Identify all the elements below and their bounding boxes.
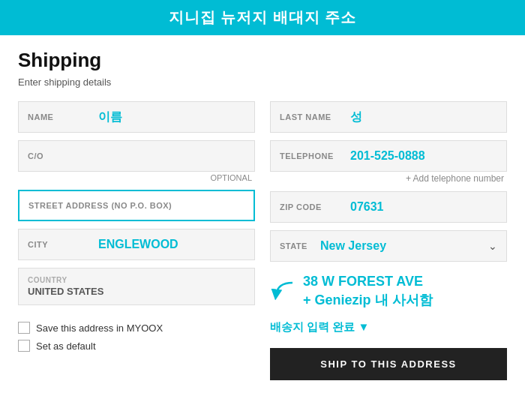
save-address-label: Save this address in MYOOX	[36, 322, 163, 334]
right-column: LAST NAME 성 TELEPHONE 201-525-0888 + Add…	[270, 101, 507, 380]
zipcode-value: 07631	[350, 200, 384, 214]
street-label: STREET ADDRESS (NO P.O. BOX)	[28, 201, 172, 210]
page-subtitle: Enter shipping details	[18, 76, 507, 88]
telephone-field-container: TELEPHONE 201-525-0888 + Add telephone n…	[270, 140, 507, 184]
checkboxes-section: Save this address in MYOOX Set as defaul…	[18, 322, 255, 358]
annotation-line2: + Geniezip 내 사서함	[303, 291, 433, 310]
page-title: Shipping	[18, 49, 507, 72]
telephone-field[interactable]: TELEPHONE 201-525-0888	[270, 140, 507, 172]
state-dropdown-icon[interactable]: ⌄	[488, 240, 497, 252]
state-field[interactable]: STATE New Jersey ⌄	[270, 230, 507, 262]
set-default-label: Set as default	[36, 340, 96, 352]
name-field[interactable]: NAME 이름	[18, 101, 255, 133]
country-field[interactable]: COUNTRY UNITED STATES	[18, 268, 255, 305]
save-address-checkbox[interactable]	[18, 322, 30, 334]
annotation-line1: 38 W FOREST AVE	[303, 272, 433, 291]
state-label: STATE	[280, 242, 317, 250]
optional-text: OPTIONAL	[18, 173, 255, 182]
state-value: New Jersey	[320, 239, 485, 253]
ship-to-address-button[interactable]: SHIP TO THIS ADDRESS	[270, 348, 507, 380]
street-address-field[interactable]: STREET ADDRESS (NO P.O. BOX)	[18, 190, 255, 221]
set-default-row[interactable]: Set as default	[18, 340, 255, 352]
header-title: 지니집 뉴저지 배대지 주소	[169, 9, 357, 26]
country-value: UNITED STATES	[28, 286, 245, 297]
set-default-checkbox[interactable]	[18, 340, 30, 352]
name-value: 이름	[98, 110, 122, 125]
left-column: NAME 이름 C/O OPTIONAL STREET ADDRESS (NO …	[18, 101, 255, 380]
completion-section: 배송지 입력 완료 ▼ SHIP TO THIS ADDRESS	[270, 320, 507, 380]
lastname-field[interactable]: LAST NAME 성	[270, 101, 507, 133]
telephone-value: 201-525-0888	[350, 149, 425, 163]
add-telephone-link[interactable]: + Add telephone number	[270, 173, 507, 184]
zipcode-label: ZIP CODE	[280, 202, 347, 212]
country-label: COUNTRY	[28, 276, 245, 284]
annotation-text-block: 38 W FOREST AVE + Geniezip 내 사서함	[303, 272, 433, 310]
city-label: CITY	[28, 240, 95, 249]
completion-text: 배송지 입력 완료 ▼	[270, 320, 507, 334]
main-content: Shipping Enter shipping details NAME 이름 …	[0, 35, 525, 392]
city-field[interactable]: CITY ENGLEWOOD	[18, 229, 255, 260]
page-header: 지니집 뉴저지 배대지 주소	[0, 0, 525, 35]
name-label: NAME	[28, 112, 95, 122]
co-label: C/O	[28, 152, 95, 160]
co-field-container: C/O OPTIONAL	[18, 140, 255, 182]
telephone-label: TELEPHONE	[280, 152, 347, 160]
curved-arrow-icon	[270, 272, 297, 307]
save-address-row[interactable]: Save this address in MYOOX	[18, 322, 255, 334]
city-value: ENGLEWOOD	[98, 238, 178, 251]
lastname-label: LAST NAME	[280, 112, 347, 122]
lastname-value: 성	[350, 110, 362, 125]
zipcode-field[interactable]: ZIP CODE 07631	[270, 191, 507, 223]
co-field[interactable]: C/O	[18, 140, 255, 172]
annotation-section: 38 W FOREST AVE + Geniezip 내 사서함 배송지 입력 …	[270, 269, 507, 380]
